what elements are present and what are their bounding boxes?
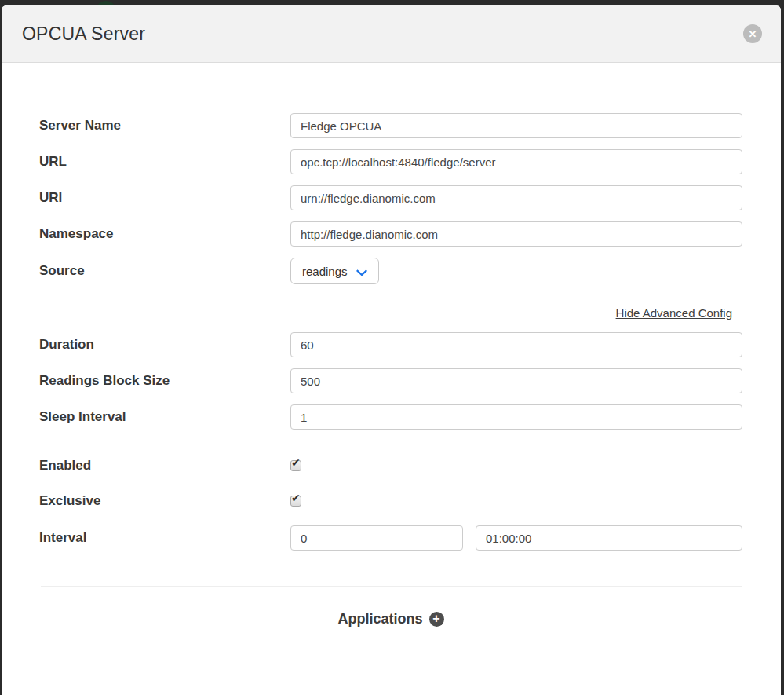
server-name-label: Server Name (39, 118, 290, 134)
namespace-row: Namespace (39, 221, 742, 247)
source-select-value: readings (302, 265, 348, 278)
close-icon: ✕ (749, 28, 757, 40)
url-label: URL (39, 154, 290, 170)
uri-label: URI (39, 190, 290, 206)
interval-time-input[interactable] (476, 525, 742, 551)
hide-advanced-config-link[interactable]: Hide Advanced Config (616, 306, 732, 320)
interval-count-input[interactable] (290, 525, 463, 551)
sleep-interval-row: Sleep Interval (39, 404, 742, 430)
exclusive-row: Exclusive ✔ (39, 492, 742, 510)
duration-row: Duration (39, 332, 742, 357)
source-label: Source (39, 263, 290, 279)
check-icon: ✔ (291, 492, 301, 503)
duration-input[interactable] (290, 332, 742, 357)
interval-row: Interval (39, 525, 742, 551)
applications-label: Applications (337, 611, 422, 627)
chevron-down-icon (356, 265, 367, 279)
url-input[interactable] (290, 149, 742, 174)
modal-title: OPCUA Server (22, 24, 145, 45)
interval-label: Interval (39, 530, 290, 546)
namespace-label: Namespace (39, 226, 290, 242)
enabled-row: Enabled ✔ (39, 456, 742, 475)
plus-icon: + (432, 613, 439, 625)
url-row: URL (39, 149, 742, 174)
readings-block-size-label: Readings Block Size (39, 373, 290, 389)
server-name-input[interactable] (290, 113, 742, 138)
opcua-server-modal: OPCUA Server ✕ Server Name URL URI Names… (2, 5, 781, 695)
sleep-interval-input[interactable] (290, 404, 742, 430)
advanced-config-link-row: Hide Advanced Config (39, 306, 732, 320)
add-application-button[interactable]: + (429, 612, 444, 627)
readings-block-size-row: Readings Block Size (39, 368, 742, 393)
enabled-checkbox[interactable]: ✔ (290, 460, 301, 471)
check-icon: ✔ (291, 457, 301, 468)
exclusive-checkbox[interactable]: ✔ (290, 496, 301, 507)
duration-label: Duration (39, 337, 290, 353)
server-name-row: Server Name (39, 113, 742, 138)
uri-input[interactable] (290, 185, 742, 210)
namespace-input[interactable] (290, 221, 742, 247)
modal-body: Server Name URL URI Namespace Source rea… (2, 63, 781, 627)
enabled-label: Enabled (39, 458, 290, 474)
uri-row: URI (39, 185, 742, 210)
section-divider (41, 586, 742, 587)
close-button[interactable]: ✕ (743, 24, 762, 43)
sleep-interval-label: Sleep Interval (39, 409, 290, 425)
source-row: Source readings (39, 258, 742, 284)
readings-block-size-input[interactable] (290, 368, 742, 393)
exclusive-label: Exclusive (39, 493, 290, 509)
applications-row: Applications + (39, 611, 742, 627)
source-select[interactable]: readings (290, 258, 379, 284)
modal-header: OPCUA Server ✕ (2, 5, 781, 63)
